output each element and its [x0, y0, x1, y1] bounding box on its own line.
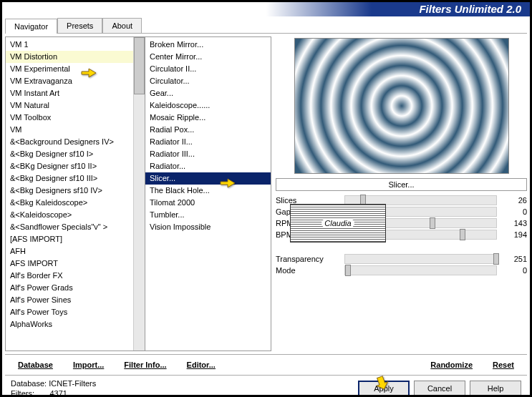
- param-label: Transparency: [276, 255, 340, 263]
- database-button[interactable]: Database: [8, 359, 63, 371]
- import-button[interactable]: Import...: [63, 359, 114, 371]
- category-item[interactable]: &<BKg Designer sf10 II>: [6, 160, 133, 172]
- category-item[interactable]: Alf's Power Toys: [6, 306, 133, 318]
- scroll-thumb[interactable]: [134, 37, 145, 94]
- filter-list[interactable]: Broken Mirror...Center Mirror...Circulat…: [145, 37, 271, 351]
- param-value: 0: [501, 266, 527, 275]
- param-row: Mode0: [276, 265, 527, 275]
- category-item[interactable]: AFS IMPORT: [6, 258, 133, 270]
- slider-thumb[interactable]: [345, 265, 351, 276]
- toolbar: Database Import... Filter Info... Editor…: [5, 354, 527, 375]
- filter-item[interactable]: Circulator II...: [145, 63, 271, 75]
- category-item[interactable]: &<Background Designers IV>: [6, 136, 133, 148]
- category-list[interactable]: VM 1VM DistortionVM ExperimentalVM Extra…: [6, 37, 133, 351]
- filter-item[interactable]: Gear...: [145, 87, 271, 99]
- category-item[interactable]: &<Bkg Designers sf10 IV>: [6, 185, 133, 197]
- apply-button[interactable]: Apply: [358, 381, 410, 396]
- category-item[interactable]: AFH: [6, 245, 133, 258]
- watermark: Claudia: [290, 204, 386, 242]
- filter-info-button[interactable]: Filter Info...: [114, 359, 176, 371]
- filter-item[interactable]: Center Mirror...: [145, 51, 271, 63]
- category-item[interactable]: AlphaWorks: [6, 318, 133, 330]
- slider-thumb[interactable]: [493, 253, 499, 265]
- category-list-container: VM 1VM DistortionVM ExperimentalVM Extra…: [5, 36, 145, 351]
- cancel-button[interactable]: Cancel: [414, 381, 465, 396]
- preview-panel: Slicer... Slices26Gap0RPM143BPM194 Trans…: [271, 36, 527, 351]
- category-item[interactable]: &<Bkg Designer sf10 I>: [6, 148, 133, 160]
- category-item[interactable]: VM Toolbox: [6, 112, 133, 124]
- category-item[interactable]: &<Bkg Designer sf10 III>: [6, 172, 133, 185]
- param-slider[interactable]: [344, 265, 497, 275]
- category-item[interactable]: Alf's Power Grads: [6, 282, 133, 294]
- category-item[interactable]: VM 1: [6, 39, 133, 51]
- category-item[interactable]: [AFS IMPORT]: [6, 233, 133, 245]
- filter-item[interactable]: Slicer...: [145, 172, 271, 185]
- filter-item[interactable]: Vision Impossible: [145, 221, 271, 233]
- category-item[interactable]: VM Distortion: [6, 51, 133, 63]
- filter-item[interactable]: Radiator III...: [145, 148, 271, 160]
- category-item[interactable]: VM Instant Art: [6, 87, 133, 99]
- tab-navigator[interactable]: Navigator: [5, 19, 57, 34]
- filter-item[interactable]: The Black Hole...: [145, 185, 271, 197]
- editor-button[interactable]: Editor...: [177, 359, 226, 371]
- category-item[interactable]: VM Natural: [6, 99, 133, 112]
- filter-item[interactable]: Radiator II...: [145, 136, 271, 148]
- tab-presets[interactable]: Presets: [57, 18, 102, 33]
- param-value: 194: [501, 230, 527, 239]
- category-item[interactable]: Alf's Power Sines: [6, 294, 133, 306]
- param-value: 143: [501, 219, 527, 227]
- slider-thumb[interactable]: [430, 217, 435, 229]
- main-panel: VM 1VM DistortionVM ExperimentalVM Extra…: [2, 34, 530, 354]
- footer: Database: ICNET-Filters Filters: 4371 Ap…: [5, 375, 527, 397]
- filter-item[interactable]: Circulator...: [145, 75, 271, 87]
- category-item[interactable]: &<Kaleidoscope>: [6, 209, 133, 221]
- category-item[interactable]: &<Bkg Kaleidoscope>: [6, 197, 133, 209]
- reset-button[interactable]: Reset: [483, 359, 524, 371]
- param-label: Mode: [276, 266, 340, 275]
- filter-item[interactable]: Radial Pox...: [145, 124, 271, 136]
- app-title-bar: Filters Unlimited 2.0: [2, 2, 530, 16]
- tab-about[interactable]: About: [102, 18, 142, 33]
- tab-bar: Navigator Presets About: [5, 18, 527, 34]
- help-button[interactable]: Help: [470, 381, 521, 396]
- param-value: 26: [501, 196, 527, 205]
- category-scrollbar[interactable]: [133, 37, 145, 351]
- param-row: Transparency251: [276, 254, 527, 264]
- status-info: Database: ICNET-Filters Filters: 4371: [11, 378, 96, 397]
- filter-item[interactable]: Broken Mirror...: [145, 39, 271, 51]
- slider-thumb[interactable]: [460, 229, 465, 240]
- param-value: 251: [501, 255, 527, 263]
- category-item[interactable]: &<Sandflower Specials"v" >: [6, 221, 133, 233]
- filter-item[interactable]: Tumbler...: [145, 209, 271, 221]
- category-item[interactable]: VM Extravaganza: [6, 75, 133, 87]
- filter-item[interactable]: Tilomat 2000: [145, 197, 271, 209]
- filter-item[interactable]: Kaleidoscope......: [145, 99, 271, 112]
- filter-list-container: Broken Mirror...Center Mirror...Circulat…: [145, 36, 271, 351]
- param-slider[interactable]: [344, 254, 497, 264]
- category-item[interactable]: Alf's Border FX: [6, 270, 133, 282]
- param-value: 0: [501, 207, 527, 216]
- filter-item[interactable]: Radiator...: [145, 160, 271, 172]
- category-item[interactable]: VM Experimental: [6, 63, 133, 75]
- filter-item[interactable]: Mosaic Ripple...: [145, 112, 271, 124]
- category-item[interactable]: VM: [6, 124, 133, 136]
- preview-image: [294, 38, 509, 174]
- current-filter-name: Slicer...: [276, 178, 527, 191]
- randomize-button[interactable]: Randomize: [420, 359, 483, 371]
